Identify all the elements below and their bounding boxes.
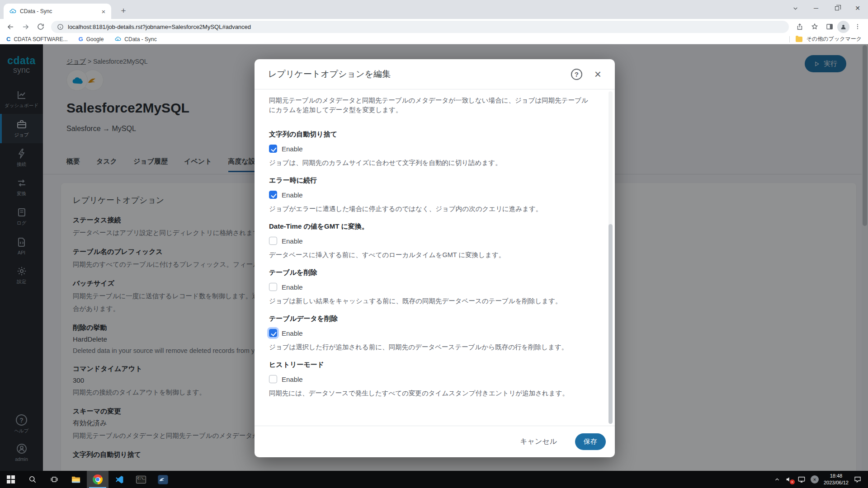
bookmark-cdata-software[interactable]: C CDATA SOFTWARE... [6,36,68,42]
bookmark-cdata-sync[interactable]: CData - Sync [114,36,156,42]
site-info-icon[interactable] [57,23,64,30]
browser-tab-strip: CData - Sync × + ─ ✕ [0,0,868,19]
windows-taskbar: C:\_ × × 18:48 2023/06/12 [0,471,868,488]
tray-expand-icon[interactable] [774,476,780,483]
search-button[interactable] [22,471,43,488]
continue-on-error-checkbox[interactable] [269,191,277,199]
forward-icon[interactable] [19,20,33,34]
screen: CData - Sync × + ─ ✕ localhost:8181/job-… [0,0,868,488]
modal-header: レプリケートオプションを編集 ? × [255,59,615,89]
convert-gmt-checkbox[interactable] [269,237,277,245]
cdata-cloud-icon [114,36,121,42]
drop-table-checkbox[interactable] [269,283,277,291]
url-text: localhost:8181/job-details.rst?jobname=S… [68,23,251,30]
terminal-button[interactable]: C:\_ [130,471,152,488]
option-delete-table-data: テーブルデータを削除 Enable ジョブは選択した行が追加される前に、同期先の… [269,314,591,352]
option-convert-gmt: Date-Time の値をGMT に変換。 Enable データベースに挿入する… [269,222,591,259]
edit-replicate-options-modal: レプリケートオプションを編集 ? × 同期元テーブルのメタデータと同期先テーブル… [255,59,615,457]
mysql-workbench-button[interactable] [152,471,174,488]
modal-scrollbar-thumb[interactable] [609,224,613,424]
start-button[interactable] [0,471,22,488]
back-icon[interactable] [4,20,18,34]
modal-footer: キャンセル 保存 [255,426,615,457]
chrome-icon [93,474,103,484]
google-logo-icon: G [79,36,83,42]
system-tray: × × 18:48 2023/06/12 [774,471,868,488]
side-panel-icon[interactable] [822,20,836,34]
bookmark-google[interactable]: G Google [79,36,104,42]
taskbar-clock[interactable]: 18:48 2023/06/12 [824,473,849,486]
save-button[interactable]: 保存 [575,433,606,450]
cdata-logo-icon: C [6,36,10,42]
task-view-icon [50,475,59,484]
option-auto-truncate: 文字列の自動切り捨て Enable ジョブは、同期先のカラムサイズに合わせて文字… [269,130,591,167]
terminal-icon: C:\_ [136,476,146,483]
volume-muted-icon[interactable]: × [785,476,793,483]
modal-body: 同期元テーブルのメタデータと同期先テーブルのメタデータが一致しない場合に、ジョブ… [255,89,615,426]
task-view-button[interactable] [43,471,65,488]
tab-title: CData - Sync [20,8,96,14]
search-icon [28,475,37,484]
minimize-button[interactable]: ─ [806,0,826,16]
reload-icon[interactable] [33,20,47,34]
modal-scrollbar[interactable] [609,91,613,424]
menu-kebab-icon[interactable] [850,20,864,34]
notification-center-icon[interactable] [854,475,862,483]
bookmark-star-icon[interactable] [807,20,821,34]
option-history-mode: ヒストリーモード Enable 同期先には、データソースで発生したすべての変更の… [269,361,591,398]
windows-logo-icon [7,475,15,483]
profile-avatar[interactable] [837,21,849,33]
restore-button[interactable] [826,0,847,16]
vscode-button[interactable] [108,471,130,488]
cdata-favicon-icon [9,8,16,15]
auto-truncate-checkbox[interactable] [269,145,277,153]
status-icon[interactable]: × [811,475,819,483]
modal-close-icon[interactable]: × [594,68,601,80]
cancel-button[interactable]: キャンセル [515,433,561,450]
option-continue-on-error: エラー時に続行 Enable ジョブがエラーに遭遇した場合に停止するのではなく、… [269,176,591,213]
delete-table-data-checkbox[interactable] [269,329,277,337]
folder-icon [796,37,802,42]
chrome-button[interactable] [87,471,108,488]
file-explorer-icon [71,475,81,484]
window-controls: ─ ✕ [785,0,868,16]
url-bar[interactable]: localhost:8181/job-details.rst?jobname=S… [51,21,789,33]
new-tab-button[interactable]: + [117,4,130,18]
modal-title: レプリケートオプションを編集 [268,68,571,80]
tab-search-icon[interactable] [785,0,806,16]
modal-intro-text: 同期元テーブルのメタデータと同期先テーブルのメタデータが一致しない場合に、ジョブ… [269,96,591,115]
mysql-workbench-icon [158,475,168,484]
display-network-icon[interactable] [797,475,806,483]
browser-tab[interactable]: CData - Sync × [4,4,111,19]
file-explorer-button[interactable] [65,471,87,488]
modal-help-icon[interactable]: ? [571,69,582,80]
other-bookmarks-button[interactable]: その他のブックマーク [789,35,862,43]
history-mode-checkbox[interactable] [269,375,277,383]
vscode-icon [115,475,124,484]
close-window-button[interactable]: ✕ [847,0,868,16]
browser-toolbar: localhost:8181/job-details.rst?jobname=S… [0,19,868,34]
option-drop-table: テーブルを削除 Enable ジョブは新しい結果をキャッシュする前に、既存の同期… [269,268,591,305]
share-icon[interactable] [793,20,807,34]
tab-close-icon[interactable]: × [99,7,108,15]
bookmarks-bar: C CDATA SOFTWARE... G Google CData - Syn… [0,34,868,44]
